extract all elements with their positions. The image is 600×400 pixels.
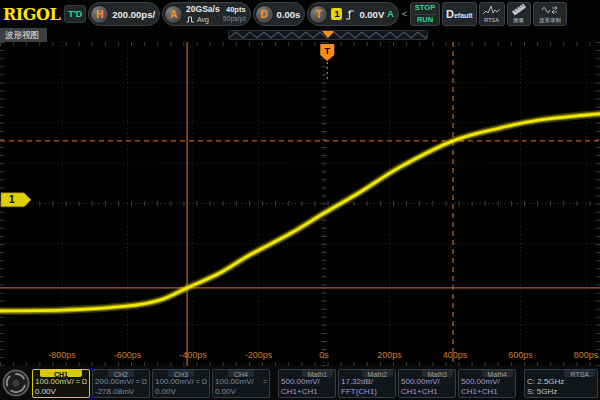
channel-tab-label: Math1 bbox=[302, 370, 333, 377]
trigger-group[interactable]: T 1 0.00V A bbox=[307, 2, 398, 26]
channel-box-ch3[interactable]: CH3100.00mV/= Ω0.00V bbox=[152, 369, 210, 398]
svg-text:1: 1 bbox=[9, 194, 15, 205]
channel-coupling-icons: = Ω bbox=[76, 377, 87, 387]
x-axis-label: 400ps bbox=[443, 350, 468, 360]
waveform-record-button[interactable]: 波形录制 bbox=[533, 2, 567, 26]
channel-offset: S: 5GHz bbox=[527, 387, 595, 396]
channel-tab-label: Math2 bbox=[362, 370, 393, 377]
trace-glow bbox=[0, 114, 600, 311]
channel-scale: 17.32dB/ bbox=[341, 377, 373, 387]
waveform-display-area[interactable]: T1-800ps-600ps-400ps-200ps0s200ps400ps60… bbox=[0, 42, 600, 366]
measure-label: 测量 bbox=[513, 17, 524, 23]
channel-tab-label: CH3 bbox=[168, 370, 194, 377]
channel-tab-label: Math3 bbox=[422, 370, 453, 377]
channel-scale: 500.00mV/ bbox=[281, 377, 320, 387]
channel-offset: 0.00V bbox=[35, 387, 87, 396]
channel-box-math4[interactable]: Math4500.00mV/CH1+CH1 bbox=[458, 369, 516, 398]
channel-offset: -278.08mV bbox=[95, 387, 147, 396]
channel-offset: CH1+CH1 bbox=[281, 387, 333, 396]
channel-offset: 0.00V bbox=[215, 387, 267, 396]
rtsa-button[interactable]: RTSA bbox=[479, 2, 505, 26]
channel-scale: 200.00mV/ bbox=[95, 377, 134, 387]
delay-knob[interactable]: D bbox=[255, 5, 274, 24]
rigol-logo: RIGOL bbox=[1, 5, 62, 24]
x-axis-label: -200ps bbox=[245, 350, 273, 360]
channel-scale: 500.00mV/ bbox=[461, 377, 500, 387]
navigator-zigzag bbox=[229, 31, 427, 39]
svg-text:T: T bbox=[325, 46, 331, 56]
channel-box-ch2[interactable]: CH2200.00mV/= Ω-278.08mV bbox=[92, 369, 150, 398]
channel-scale: 100.00mV/ bbox=[155, 377, 194, 387]
trigger-status-badge: T'D bbox=[64, 5, 86, 23]
waveform-record-label: 波形录制 bbox=[539, 16, 561, 22]
channel-offset: CH1+CH1 bbox=[401, 387, 453, 396]
measure-button[interactable]: 测量 bbox=[507, 2, 531, 26]
channel-coupling-icons: = Ω bbox=[136, 377, 147, 387]
channel-coupling-icons: = Ω bbox=[196, 377, 207, 387]
x-axis-label: 200ps bbox=[377, 350, 402, 360]
delay-group[interactable]: D 0.00s bbox=[253, 2, 306, 26]
acq-mode-label: Avg bbox=[197, 16, 209, 23]
horizontal-knob[interactable]: H bbox=[90, 5, 109, 24]
channel-box-rtsa[interactable]: RTSAC: 2.5GHzS: 5GHz bbox=[524, 369, 598, 398]
memory-depth: 40pts bbox=[226, 6, 246, 14]
channel-tab-label: CH2 bbox=[108, 370, 134, 377]
channel-coupling-icons: = bbox=[263, 377, 267, 387]
spectrum-icon bbox=[483, 5, 501, 15]
channel-scale: C: 2.5GHz bbox=[527, 377, 564, 387]
sample-rate: 20GSa/s bbox=[186, 5, 220, 14]
sample-resolution: 50ps/pt bbox=[223, 15, 246, 22]
channel-scale: 100.00mV/ bbox=[35, 377, 74, 387]
horizontal-group[interactable]: H 200.00ps/ bbox=[88, 2, 160, 26]
channel-status-bar: CH1100.00mV/= Ω0.00VCH2200.00mV/= Ω-278.… bbox=[0, 366, 600, 400]
trigger-source-badge: 1 bbox=[331, 8, 342, 20]
acq-mode-icon bbox=[186, 16, 195, 23]
delay-value: 0.00s bbox=[277, 9, 301, 20]
stop-label: STOP bbox=[415, 4, 435, 12]
trace-glow bbox=[0, 114, 600, 311]
channel-tab-label: RTSA bbox=[564, 370, 595, 377]
rtsa-label: RTSA bbox=[484, 16, 499, 22]
navigator-trigger-icon bbox=[322, 31, 334, 38]
x-axis-label: -400ps bbox=[179, 350, 207, 360]
channel-offset: CH1+CH1 bbox=[461, 387, 513, 396]
x-axis-label: 600ps bbox=[508, 350, 533, 360]
channel-box-math3[interactable]: Math3500.00mV/CH1+CH1 bbox=[398, 369, 456, 398]
channel-tab-label: Math4 bbox=[482, 370, 513, 377]
channel-scale: 500.00mV/ bbox=[401, 377, 440, 387]
channel-box-math2[interactable]: Math217.32dB/FFT(CH1) bbox=[338, 369, 396, 398]
timebase-value: 200.00ps/ bbox=[112, 9, 155, 20]
channel-offset: FFT(CH1) bbox=[341, 387, 393, 396]
rising-edge-icon bbox=[345, 8, 356, 21]
x-axis-label: 0s bbox=[319, 350, 329, 360]
channel-tab-label: CH1 bbox=[40, 370, 82, 377]
x-axis-label: 800ps bbox=[574, 350, 599, 360]
x-axis-label: -800ps bbox=[48, 350, 76, 360]
trigger-sweep-mode: A bbox=[387, 9, 394, 19]
timebase-navigator[interactable] bbox=[228, 30, 428, 40]
acquisition-group[interactable]: A 20GSa/s Avg 40pts 50ps/pt bbox=[162, 2, 251, 26]
acquisition-knob[interactable]: A bbox=[164, 5, 183, 24]
x-axis-label: -600ps bbox=[114, 350, 142, 360]
default-button[interactable]: Default bbox=[442, 2, 477, 26]
channel-offset: 0.00V bbox=[155, 387, 207, 396]
run-label: RUN bbox=[417, 16, 433, 24]
waveform-plot[interactable]: T1-800ps-600ps-400ps-200ps0s200ps400ps60… bbox=[0, 42, 600, 366]
channel-scale: 100.00mV/ bbox=[215, 377, 254, 387]
ruler-icon bbox=[511, 4, 527, 15]
channel-tab-label: CH4 bbox=[228, 370, 254, 377]
channel-box-ch4[interactable]: CH4100.00mV/=0.00V bbox=[212, 369, 270, 398]
collapse-chevron-icon[interactable]: < bbox=[401, 9, 408, 19]
wave-record-icon bbox=[541, 5, 559, 15]
run-stop-button[interactable]: STOP RUN bbox=[410, 2, 440, 26]
trigger-level: 0.00V bbox=[359, 9, 384, 20]
sub-header-row: 波形视图 bbox=[0, 28, 600, 42]
trigger-knob[interactable]: T bbox=[309, 5, 328, 24]
top-toolbar: RIGOL T'D H 200.00ps/ A 20GSa/s Avg 40pt… bbox=[0, 0, 600, 28]
channel-box-math1[interactable]: Math1500.00mV/CH1+CH1 bbox=[278, 369, 336, 398]
default-label: Default bbox=[446, 8, 473, 20]
channel-boxes: CH1100.00mV/= Ω0.00VCH2200.00mV/= Ω-278.… bbox=[32, 369, 598, 398]
channel-box-ch1[interactable]: CH1100.00mV/= Ω0.00V bbox=[32, 369, 90, 398]
menu-gear-icon[interactable] bbox=[2, 369, 30, 397]
ch1-trace bbox=[0, 114, 600, 311]
